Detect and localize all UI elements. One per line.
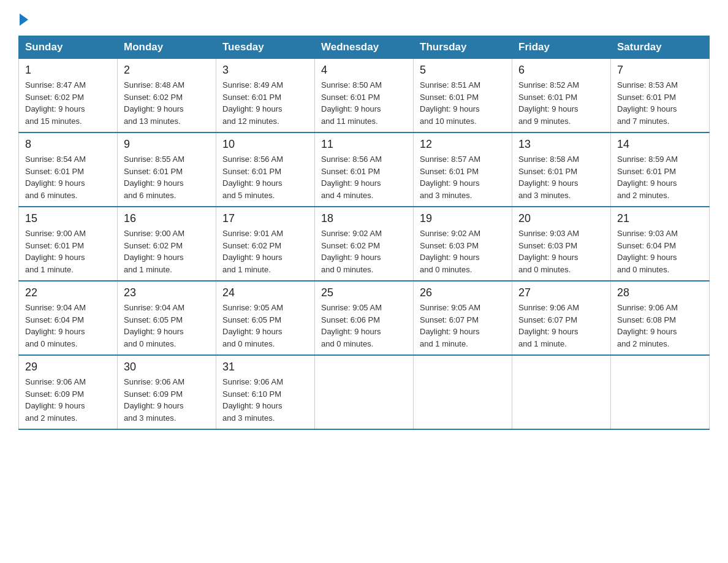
calendar-cell: 8Sunrise: 8:54 AMSunset: 6:01 PMDaylight… bbox=[19, 132, 118, 207]
day-number: 6 bbox=[518, 64, 604, 77]
week-row-2: 8Sunrise: 8:54 AMSunset: 6:01 PMDaylight… bbox=[19, 132, 710, 207]
week-row-4: 22Sunrise: 9:04 AMSunset: 6:04 PMDayligh… bbox=[19, 281, 710, 355]
header-friday: Friday bbox=[512, 36, 611, 59]
day-info: Sunrise: 9:03 AMSunset: 6:04 PMDaylight:… bbox=[617, 228, 703, 275]
day-info: Sunrise: 8:53 AMSunset: 6:01 PMDaylight:… bbox=[617, 79, 703, 127]
day-number: 20 bbox=[518, 212, 604, 225]
day-info: Sunrise: 9:06 AMSunset: 6:10 PMDaylight:… bbox=[222, 376, 308, 424]
day-info: Sunrise: 9:06 AMSunset: 6:07 PMDaylight:… bbox=[518, 302, 604, 350]
day-number: 13 bbox=[518, 138, 604, 151]
day-info: Sunrise: 8:50 AMSunset: 6:01 PMDaylight:… bbox=[321, 79, 407, 127]
calendar-cell: 13Sunrise: 8:58 AMSunset: 6:01 PMDayligh… bbox=[512, 132, 611, 207]
day-info: Sunrise: 9:00 AMSunset: 6:02 PMDaylight:… bbox=[124, 228, 210, 275]
day-number: 28 bbox=[617, 286, 703, 299]
calendar-cell: 22Sunrise: 9:04 AMSunset: 6:04 PMDayligh… bbox=[19, 281, 118, 355]
day-info: Sunrise: 8:52 AMSunset: 6:01 PMDaylight:… bbox=[518, 79, 604, 127]
day-number: 10 bbox=[222, 138, 308, 151]
day-number: 30 bbox=[124, 361, 210, 373]
day-info: Sunrise: 9:04 AMSunset: 6:04 PMDaylight:… bbox=[25, 302, 111, 350]
day-number: 1 bbox=[25, 64, 111, 77]
day-info: Sunrise: 8:56 AMSunset: 6:01 PMDaylight:… bbox=[321, 153, 407, 201]
calendar-cell bbox=[414, 355, 512, 429]
day-number: 9 bbox=[124, 138, 210, 151]
day-info: Sunrise: 9:03 AMSunset: 6:03 PMDaylight:… bbox=[518, 228, 604, 275]
page-header bbox=[18, 12, 710, 23]
calendar-cell: 30Sunrise: 9:06 AMSunset: 6:09 PMDayligh… bbox=[118, 355, 216, 429]
day-number: 18 bbox=[321, 212, 407, 225]
calendar-cell bbox=[512, 355, 611, 429]
day-info: Sunrise: 8:59 AMSunset: 6:01 PMDaylight:… bbox=[617, 153, 703, 201]
calendar-cell: 15Sunrise: 9:00 AMSunset: 6:01 PMDayligh… bbox=[19, 207, 118, 281]
day-info: Sunrise: 8:54 AMSunset: 6:01 PMDaylight:… bbox=[25, 153, 111, 201]
calendar-cell: 20Sunrise: 9:03 AMSunset: 6:03 PMDayligh… bbox=[512, 207, 611, 281]
calendar-cell: 9Sunrise: 8:55 AMSunset: 6:01 PMDaylight… bbox=[118, 132, 216, 207]
calendar-cell: 4Sunrise: 8:50 AMSunset: 6:01 PMDaylight… bbox=[315, 59, 414, 133]
day-info: Sunrise: 8:49 AMSunset: 6:01 PMDaylight:… bbox=[222, 79, 308, 127]
calendar-cell: 26Sunrise: 9:05 AMSunset: 6:07 PMDayligh… bbox=[414, 281, 512, 355]
calendar-cell bbox=[611, 355, 710, 429]
calendar-cell: 27Sunrise: 9:06 AMSunset: 6:07 PMDayligh… bbox=[512, 281, 611, 355]
header-saturday: Saturday bbox=[611, 36, 710, 59]
header-wednesday: Wednesday bbox=[315, 36, 414, 59]
day-number: 7 bbox=[617, 64, 703, 77]
day-info: Sunrise: 9:05 AMSunset: 6:06 PMDaylight:… bbox=[321, 302, 407, 350]
day-info: Sunrise: 9:06 AMSunset: 6:09 PMDaylight:… bbox=[25, 376, 111, 424]
calendar-cell: 14Sunrise: 8:59 AMSunset: 6:01 PMDayligh… bbox=[611, 132, 710, 207]
day-number: 29 bbox=[25, 361, 111, 373]
day-number: 17 bbox=[222, 212, 308, 225]
day-number: 3 bbox=[222, 64, 308, 77]
day-number: 25 bbox=[321, 286, 407, 299]
calendar-cell: 10Sunrise: 8:56 AMSunset: 6:01 PMDayligh… bbox=[216, 132, 315, 207]
logo-arrow-icon bbox=[20, 13, 28, 26]
day-info: Sunrise: 9:00 AMSunset: 6:01 PMDaylight:… bbox=[25, 228, 111, 275]
week-row-5: 29Sunrise: 9:06 AMSunset: 6:09 PMDayligh… bbox=[19, 355, 710, 429]
week-row-1: 1Sunrise: 8:47 AMSunset: 6:02 PMDaylight… bbox=[19, 59, 710, 133]
calendar-table: SundayMondayTuesdayWednesdayThursdayFrid… bbox=[18, 36, 710, 430]
calendar-cell bbox=[315, 355, 414, 429]
day-number: 5 bbox=[420, 64, 506, 77]
calendar-cell: 18Sunrise: 9:02 AMSunset: 6:02 PMDayligh… bbox=[315, 207, 414, 281]
calendar-cell: 17Sunrise: 9:01 AMSunset: 6:02 PMDayligh… bbox=[216, 207, 315, 281]
calendar-cell: 31Sunrise: 9:06 AMSunset: 6:10 PMDayligh… bbox=[216, 355, 315, 429]
calendar-header-row: SundayMondayTuesdayWednesdayThursdayFrid… bbox=[19, 36, 710, 59]
day-number: 11 bbox=[321, 138, 407, 151]
calendar-cell: 3Sunrise: 8:49 AMSunset: 6:01 PMDaylight… bbox=[216, 59, 315, 133]
day-info: Sunrise: 9:02 AMSunset: 6:03 PMDaylight:… bbox=[420, 228, 506, 275]
day-number: 26 bbox=[420, 286, 506, 299]
day-number: 23 bbox=[124, 286, 210, 299]
day-info: Sunrise: 8:57 AMSunset: 6:01 PMDaylight:… bbox=[420, 153, 506, 201]
calendar-cell: 7Sunrise: 8:53 AMSunset: 6:01 PMDaylight… bbox=[611, 59, 710, 133]
header-monday: Monday bbox=[118, 36, 216, 59]
calendar-cell: 5Sunrise: 8:51 AMSunset: 6:01 PMDaylight… bbox=[414, 59, 512, 133]
day-info: Sunrise: 9:05 AMSunset: 6:07 PMDaylight:… bbox=[420, 302, 506, 350]
day-info: Sunrise: 9:02 AMSunset: 6:02 PMDaylight:… bbox=[321, 228, 407, 275]
calendar-cell: 2Sunrise: 8:48 AMSunset: 6:02 PMDaylight… bbox=[118, 59, 216, 133]
calendar-cell: 16Sunrise: 9:00 AMSunset: 6:02 PMDayligh… bbox=[118, 207, 216, 281]
day-number: 15 bbox=[25, 212, 111, 225]
calendar-cell: 23Sunrise: 9:04 AMSunset: 6:05 PMDayligh… bbox=[118, 281, 216, 355]
day-number: 27 bbox=[518, 286, 604, 299]
day-number: 19 bbox=[420, 212, 506, 225]
calendar-cell: 12Sunrise: 8:57 AMSunset: 6:01 PMDayligh… bbox=[414, 132, 512, 207]
day-number: 4 bbox=[321, 64, 407, 77]
day-info: Sunrise: 8:58 AMSunset: 6:01 PMDaylight:… bbox=[518, 153, 604, 201]
day-info: Sunrise: 9:06 AMSunset: 6:09 PMDaylight:… bbox=[124, 376, 210, 424]
logo bbox=[18, 12, 28, 23]
day-number: 16 bbox=[124, 212, 210, 225]
day-info: Sunrise: 9:01 AMSunset: 6:02 PMDaylight:… bbox=[222, 228, 308, 275]
calendar-cell: 19Sunrise: 9:02 AMSunset: 6:03 PMDayligh… bbox=[414, 207, 512, 281]
week-row-3: 15Sunrise: 9:00 AMSunset: 6:01 PMDayligh… bbox=[19, 207, 710, 281]
header-tuesday: Tuesday bbox=[216, 36, 315, 59]
calendar-cell: 25Sunrise: 9:05 AMSunset: 6:06 PMDayligh… bbox=[315, 281, 414, 355]
day-number: 24 bbox=[222, 286, 308, 299]
day-info: Sunrise: 9:05 AMSunset: 6:05 PMDaylight:… bbox=[222, 302, 308, 350]
day-number: 21 bbox=[617, 212, 703, 225]
day-number: 12 bbox=[420, 138, 506, 151]
calendar-cell: 1Sunrise: 8:47 AMSunset: 6:02 PMDaylight… bbox=[19, 59, 118, 133]
day-info: Sunrise: 8:47 AMSunset: 6:02 PMDaylight:… bbox=[25, 79, 111, 127]
day-info: Sunrise: 8:56 AMSunset: 6:01 PMDaylight:… bbox=[222, 153, 308, 201]
calendar-cell: 24Sunrise: 9:05 AMSunset: 6:05 PMDayligh… bbox=[216, 281, 315, 355]
calendar-cell: 11Sunrise: 8:56 AMSunset: 6:01 PMDayligh… bbox=[315, 132, 414, 207]
day-number: 14 bbox=[617, 138, 703, 151]
day-number: 31 bbox=[222, 361, 308, 373]
